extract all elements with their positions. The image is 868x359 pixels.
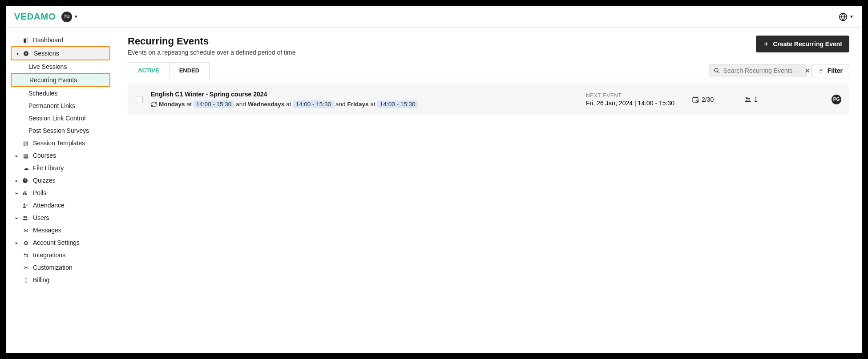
tab-active[interactable]: ACTIVE <box>128 62 170 79</box>
sidebar-item-billing[interactable]: ▯ Billing <box>11 274 110 286</box>
book-icon: ▤ <box>22 152 29 159</box>
page-header: Recurring Events Events on a repeating s… <box>128 36 849 56</box>
integrations-icon: ⇆ <box>22 252 29 259</box>
participants-icon <box>744 96 751 103</box>
sidebar-label: Recurring Events <box>29 76 77 84</box>
sidebar-item-customization[interactable]: ✂ Customization <box>11 261 110 274</box>
sidebar-item-users[interactable]: ▸ Users <box>11 211 110 224</box>
session-count: 2/30 <box>702 96 714 103</box>
sidebar-label: Users <box>33 214 49 221</box>
body: ◧ Dashboard ▾ Sessions 1 Live Sessions R… <box>6 28 862 353</box>
sidebar-item-live-sessions[interactable]: Live Sessions <box>11 60 110 73</box>
tabs: ACTIVE ENDED <box>128 62 210 79</box>
sidebar-label: File Library <box>33 164 64 172</box>
at1: at <box>187 101 192 108</box>
create-recurring-event-button[interactable]: ＋ Create Recurring Event <box>756 36 849 52</box>
page-title: Recurring Events <box>128 36 295 47</box>
sidebar-item-session-link-control[interactable]: Session Link Control <box>11 112 110 124</box>
sidebar-item-file-library[interactable]: ☁ File Library <box>11 162 110 174</box>
svg-point-22 <box>746 97 748 100</box>
event-schedule: Mondays at 14:00 - 15:30 and Wednesdays … <box>151 100 578 108</box>
calendar-icon <box>692 96 699 103</box>
page-subtitle: Events on a repeating schedule over a de… <box>128 49 295 56</box>
tab-ended[interactable]: ENDED <box>170 62 210 79</box>
top-bar-left: VEDAMO TU ▼ <box>14 12 78 22</box>
divider <box>128 79 849 79</box>
sidebar-item-dashboard[interactable]: ◧ Dashboard <box>11 34 110 46</box>
svg-point-9 <box>23 216 25 218</box>
next-event-value: Fri, 26 Jan, 2024 | 14:00 - 15:30 <box>586 100 684 107</box>
create-button-label: Create Recurring Event <box>773 40 842 48</box>
at3: at <box>371 101 375 108</box>
sidebar-item-quizzes[interactable]: ▸ ? Quizzes <box>11 174 110 187</box>
clear-search-icon[interactable]: ✕ <box>805 67 810 74</box>
caret-right-icon: ▸ <box>14 240 19 245</box>
mail-icon: ✉ <box>22 227 29 234</box>
sidebar-item-courses[interactable]: ▸ ▤ Courses <box>11 149 110 162</box>
participants-count: 1 <box>754 96 758 103</box>
sidebar-item-polls[interactable]: ▸ Polls <box>11 187 110 199</box>
caret-down-icon: ▼ <box>74 14 78 19</box>
sidebar-label: Courses <box>33 152 56 159</box>
sidebar-item-account-settings[interactable]: ▸ ✿ Account Settings <box>11 236 110 249</box>
sidebar-item-messages[interactable]: ✉ Messages <box>11 224 110 236</box>
search-box[interactable]: ✕ <box>709 64 807 77</box>
event-title: English C1 Winter - Spring course 2024 <box>151 91 578 98</box>
row-checkbox[interactable] <box>136 96 143 103</box>
svg-point-23 <box>748 98 750 100</box>
caret-right-icon: ▸ <box>14 178 19 183</box>
sidebar-item-post-session-surveys[interactable]: Post Session Surveys <box>11 124 110 137</box>
svg-point-8 <box>24 203 25 205</box>
recurring-event-row[interactable]: English C1 Winter - Spring course 2024 M… <box>128 84 849 114</box>
sidebar-item-schedules[interactable]: Schedules <box>11 87 110 100</box>
sidebar-label: Billing <box>33 276 49 283</box>
svg-rect-7 <box>26 193 27 195</box>
wrench-icon: ✂ <box>22 264 29 271</box>
sidebar-label: Integrations <box>33 251 65 259</box>
event-main-col: English C1 Winter - Spring course 2024 M… <box>151 91 578 108</box>
language-menu[interactable]: ▼ <box>839 12 854 21</box>
sidebar-label: Post Session Surveys <box>28 127 89 134</box>
globe-icon <box>839 12 848 21</box>
caret-right-icon: ▸ <box>14 153 19 158</box>
sidebar-item-recurring-events[interactable]: Recurring Events 2 <box>11 73 110 87</box>
sidebar-label: Permanent Links <box>28 102 75 109</box>
cloud-icon: ☁ <box>22 165 29 172</box>
caret-down-icon: ▼ <box>849 14 854 19</box>
filter-button[interactable]: Filter <box>811 64 849 77</box>
brand-logo: VEDAMO <box>14 12 56 22</box>
sidebar-item-permanent-links[interactable]: Permanent Links <box>11 100 110 112</box>
session-count-col: 2/30 <box>692 96 736 103</box>
participants-col: 1 <box>744 96 816 103</box>
recurring-icon <box>151 101 157 108</box>
sidebar-item-session-templates[interactable]: ▧ Session Templates <box>11 137 110 149</box>
owner-badge-col: PG <box>824 95 841 104</box>
sidebar-label: Customization <box>33 264 73 271</box>
at2: at <box>286 101 291 108</box>
and2: and <box>335 101 346 108</box>
sidebar-item-attendance[interactable]: Attendance <box>11 199 110 211</box>
sidebar-label: Sessions <box>34 50 59 57</box>
sidebar-label: Messages <box>33 227 61 234</box>
sidebar-item-integrations[interactable]: ⇆ Integrations <box>11 249 110 261</box>
quiz-icon: ? <box>22 178 29 183</box>
caret-right-icon: ▸ <box>14 191 19 195</box>
template-icon: ▧ <box>22 140 29 147</box>
right-controls: ✕ Filter <box>709 64 849 77</box>
day3: Fridays <box>347 101 369 108</box>
plus-icon: ＋ <box>763 40 769 48</box>
billing-icon: ▯ <box>22 277 29 283</box>
sidebar-label: Quizzes <box>33 177 56 184</box>
filter-icon <box>818 68 824 74</box>
sidebar-item-sessions[interactable]: ▾ Sessions 1 <box>11 46 110 60</box>
main-content: Recurring Events Events on a repeating s… <box>115 28 862 353</box>
svg-line-12 <box>718 72 719 73</box>
sidebar-label: Dashboard <box>33 36 64 44</box>
next-event-label: NEXT EVENT <box>586 92 684 99</box>
gear-icon: ✿ <box>22 239 29 246</box>
search-input[interactable] <box>723 67 801 74</box>
sidebar-label: Attendance <box>33 202 65 209</box>
day1: Mondays <box>159 101 185 108</box>
user-menu[interactable]: TU ▼ <box>61 12 78 22</box>
top-bar: VEDAMO TU ▼ ▼ <box>6 6 862 28</box>
